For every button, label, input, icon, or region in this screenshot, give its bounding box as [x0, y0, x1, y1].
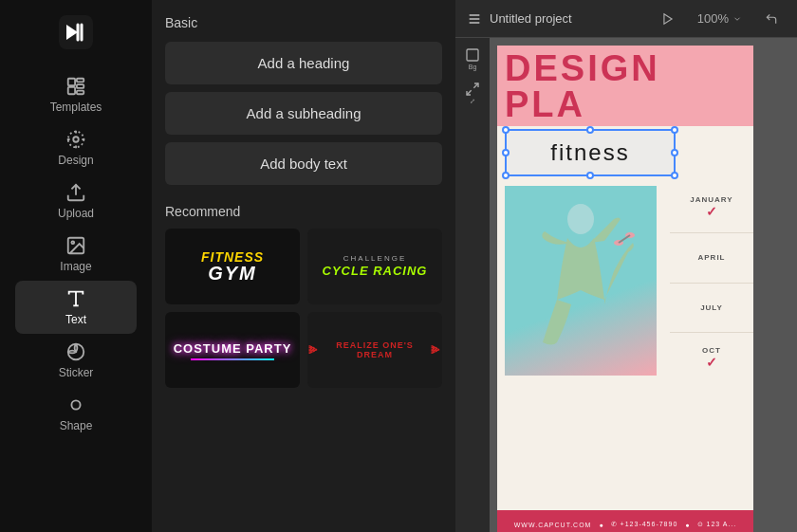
chevron-down-icon [732, 14, 742, 24]
month-label-july: JULY [700, 303, 723, 312]
month-label-january: JANUARY [690, 195, 732, 204]
arrow-left-deco: ⫸ [307, 343, 320, 357]
svg-point-14 [71, 400, 80, 409]
footer-divider-1: ● [599, 522, 602, 528]
svg-point-7 [68, 132, 84, 148]
canvas-content: Bg ⤢ DESIGN PLA [455, 38, 797, 532]
sidebar-label-templates: Templates [50, 101, 102, 114]
handle-bottom-left[interactable] [502, 172, 510, 179]
undo-icon [765, 12, 778, 26]
realize-label: ⫸ REALIZE ONE'S DREAM ⫸ [307, 340, 442, 359]
canvas-toolbar: Untitled project 100% [455, 0, 797, 38]
add-subheading-button[interactable]: Add a subheading [165, 92, 442, 135]
svg-point-6 [73, 137, 79, 142]
recommend-card-costume-party[interactable]: COSTUME PARTY [165, 312, 300, 388]
design-page: DESIGN PLA fitness [497, 46, 753, 532]
sidebar-label-design: Design [58, 154, 93, 167]
sidebar-item-text[interactable]: Text [15, 281, 137, 334]
recommend-card-realize[interactable]: ⫸ REALIZE ONE'S DREAM ⫸ [307, 312, 442, 388]
basic-section-title: Basic [165, 15, 442, 30]
handle-top-left[interactable] [502, 126, 510, 134]
woman-image [505, 186, 657, 376]
background-label: Bg [469, 64, 477, 71]
month-check-oct: ✓ [706, 355, 717, 370]
resize-tool-button[interactable]: ⤢ [459, 80, 486, 106]
design-footer: WWW.CAPCUT.COM ● ✆ +123-456-7890 ● ⊙ 123… [497, 510, 753, 532]
month-label-april: APRIL [698, 253, 726, 262]
month-row-january: JANUARY ✓ [670, 183, 753, 233]
fitness-text-content: fitness [550, 139, 629, 166]
recommend-grid: FITNESS GYM CHALLENGE CYCLE RACING COSTU… [165, 229, 442, 388]
footer-website: WWW.CAPCUT.COM [514, 522, 592, 528]
svg-rect-5 [77, 91, 83, 95]
background-tool-button[interactable]: Bg [459, 46, 486, 72]
svg-point-19 [567, 204, 594, 234]
svg-line-22 [619, 235, 630, 243]
month-row-april: APRIL [670, 233, 753, 284]
play-button[interactable] [654, 9, 682, 29]
undo-button[interactable] [757, 9, 786, 29]
handle-top-mid[interactable] [586, 126, 594, 134]
sidebar-item-sticker[interactable]: Sticker [0, 334, 152, 387]
sidebar-label-image: Image [60, 260, 91, 273]
sidebar-item-design[interactable]: Design [0, 121, 152, 174]
svg-rect-16 [467, 49, 478, 61]
sidebar-label-text: Text [65, 313, 86, 326]
design-months-column: JANUARY ✓ APRIL JULY OCT ✓ [670, 183, 753, 382]
costume-underline [191, 358, 273, 360]
design-icon [65, 129, 86, 150]
sidebar-item-templates[interactable]: Templates [0, 68, 152, 121]
recommend-section-title: Recommend [165, 204, 442, 219]
zoom-label: 100% [697, 11, 729, 26]
shape-icon [65, 394, 86, 415]
design-header-text: DESIGN PLA [505, 50, 753, 122]
sidebar-item-shape[interactable]: Shape [0, 387, 152, 440]
svg-line-17 [473, 83, 478, 88]
canvas-area: Untitled project 100% Bg [455, 0, 797, 532]
svg-rect-2 [77, 79, 83, 83]
handle-top-right[interactable] [671, 126, 678, 134]
month-check-january: ✓ [706, 204, 717, 219]
cycle-racing-challenge: CHALLENGE [343, 254, 406, 264]
handle-bottom-right[interactable] [671, 172, 678, 179]
sidebar-item-image[interactable]: Image [0, 228, 152, 281]
cycle-racing-label: CYCLE RACING [323, 264, 428, 279]
svg-marker-15 [664, 13, 672, 24]
fitness-text-selected[interactable]: fitness [505, 129, 676, 176]
sticker-icon [65, 341, 86, 362]
recommend-card-fitness-gym[interactable]: FITNESS GYM [165, 229, 300, 304]
add-heading-button[interactable]: Add a heading [165, 42, 442, 84]
templates-icon [65, 76, 86, 97]
fitness-gym-line1: FITNESS [201, 250, 264, 264]
handle-bottom-mid[interactable] [586, 172, 594, 179]
sidebar-label-upload: Upload [58, 207, 94, 220]
canvas-main[interactable]: DESIGN PLA fitness [490, 38, 797, 532]
handle-mid-left[interactable] [502, 149, 510, 156]
svg-line-18 [467, 90, 472, 95]
add-body-text-button[interactable]: Add body text [165, 142, 442, 185]
month-label-oct: OCT [702, 346, 721, 355]
resize-icon [465, 82, 480, 97]
svg-rect-3 [77, 84, 83, 88]
month-row-oct: OCT ✓ [670, 333, 753, 382]
resize-label: ⤢ [470, 98, 475, 105]
play-icon [661, 12, 675, 26]
canvas-logo-icon [467, 11, 482, 27]
design-header: DESIGN PLA [497, 46, 753, 126]
handle-mid-right[interactable] [671, 149, 678, 156]
side-tools: Bg ⤢ [455, 38, 490, 532]
costume-party-label: COSTUME PARTY [174, 341, 292, 356]
image-icon [65, 235, 86, 256]
recommend-card-cycle-racing[interactable]: CHALLENGE CYCLE RACING [307, 229, 442, 304]
text-icon [65, 288, 86, 309]
sidebar-item-upload[interactable]: Upload [0, 174, 152, 228]
footer-divider-2: ● [685, 522, 689, 528]
upload-icon [65, 182, 86, 203]
woman-silhouette [524, 195, 638, 366]
footer-phone: ✆ +123-456-7890 [611, 521, 678, 528]
background-icon [465, 47, 480, 63]
zoom-control[interactable]: 100% [690, 8, 750, 29]
arrow-right-deco: ⫸ [430, 343, 442, 357]
svg-rect-4 [68, 87, 75, 94]
fitness-gym-line2: GYM [208, 264, 257, 283]
